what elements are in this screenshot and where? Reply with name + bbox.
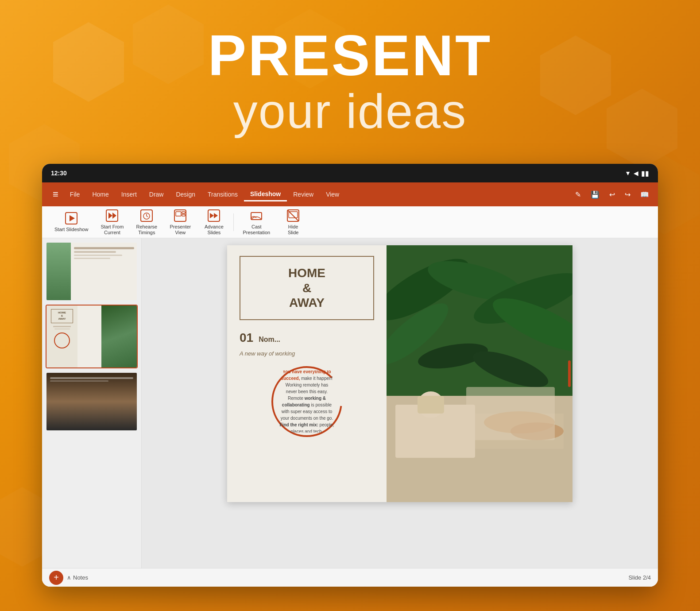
advance-slides-button[interactable]: AdvanceSlides: [198, 206, 230, 238]
svg-rect-10: [176, 212, 181, 216]
slide-photo: [387, 245, 572, 502]
slide-subtitle: A new way of working: [240, 350, 374, 357]
menu-item-transitions[interactable]: Transitions: [201, 188, 244, 201]
svg-marker-14: [210, 213, 214, 218]
signal-icon: ◀: [634, 170, 638, 177]
add-slide-button[interactable]: +: [49, 571, 63, 585]
battery-icon: ▮▮: [641, 169, 649, 178]
cast-presentation-button[interactable]: CastPresentation: [237, 206, 275, 238]
thumb2-photo: [101, 306, 137, 367]
notes-label: Notes: [73, 574, 88, 581]
thumb1-line1: [74, 247, 134, 249]
notes-arrow-icon: ∧: [67, 574, 71, 581]
slide-thumb-2[interactable]: 2 HOME&AWAY: [46, 305, 138, 368]
status-bar: 12:30 ▼ ◀ ▮▮: [42, 164, 658, 182]
edit-mode-icon[interactable]: ✎: [572, 189, 584, 201]
thumb1-line4: [74, 258, 110, 259]
wifi-icon: ▼: [625, 170, 631, 177]
slide-thumb-1[interactable]: 1: [46, 242, 138, 301]
menu-item-design[interactable]: Design: [170, 188, 201, 201]
menu-item-file[interactable]: File: [64, 188, 86, 201]
section-title: Nom...: [259, 336, 280, 344]
start-slideshow-icon: [64, 211, 78, 225]
svg-marker-15: [214, 213, 218, 218]
thumb3-line2: [50, 380, 108, 382]
start-from-current-label: Start FromCurrent: [101, 224, 124, 236]
presenter-view-icon: [173, 209, 187, 223]
slide-body-text: You have everything to succeed, make it …: [276, 371, 338, 433]
add-icon: +: [54, 572, 59, 583]
svg-rect-12: [182, 214, 185, 216]
menu-right-icons: ✎ 💾 ↩ ↪ 📖: [572, 189, 653, 201]
svg-marker-3: [108, 213, 112, 219]
app-mockup: 12:30 ▼ ◀ ▮▮ ≡ File Home Insert Draw Des…: [42, 164, 658, 587]
start-slideshow-label: Start Slideshow: [54, 227, 88, 232]
menu-item-review[interactable]: Review: [287, 188, 320, 201]
thumb1-line3: [74, 255, 122, 256]
hero-section: PRESENT your ideas: [0, 27, 700, 138]
svg-line-8: [147, 216, 148, 217]
undo-icon[interactable]: ↩: [606, 189, 619, 201]
hero-title-present: PRESENT: [0, 27, 700, 84]
thumb2-line2: [54, 329, 70, 329]
thumb1-line2: [74, 251, 116, 253]
start-slideshow-button[interactable]: Start Slideshow: [49, 209, 93, 235]
slide-thumb-inner-2: HOME&AWAY: [46, 306, 137, 367]
rehearse-timings-icon: [139, 209, 154, 223]
thumb1-green: [46, 243, 71, 300]
bottom-left-controls: + ∧ Notes: [49, 571, 88, 585]
menu-item-insert[interactable]: Insert: [115, 188, 143, 201]
svg-rect-11: [182, 212, 185, 213]
slide-thumb-3[interactable]: 3: [46, 372, 138, 431]
thumb2-title-box: HOME&AWAY: [51, 309, 73, 323]
menu-bar: ≡ File Home Insert Draw Design Transitio…: [42, 182, 658, 206]
rehearse-timings-label: RehearseTimings: [136, 224, 158, 236]
toolbar: Start Slideshow Start FromCurrent Rehear…: [42, 206, 658, 238]
hero-title-ideas: your ideas: [0, 84, 700, 138]
menu-item-slideshow[interactable]: Slideshow: [244, 188, 287, 201]
slide-title-box: HOME&AWAY: [240, 256, 374, 320]
photo-svg: [387, 245, 572, 502]
thumb3-line1: [50, 377, 133, 379]
status-icons: ▼ ◀ ▮▮: [625, 169, 649, 178]
hide-slide-icon: [286, 209, 300, 223]
slide-left-panel: HOME&AWAY 01 Nom... A new way of working: [227, 245, 387, 502]
thumb2-title-text: HOME&AWAY: [54, 311, 70, 321]
slide-right-panel: [387, 245, 572, 502]
menu-item-view[interactable]: View: [320, 188, 345, 201]
svg-marker-1: [70, 215, 75, 221]
thumb2-circle: [54, 333, 70, 348]
svg-marker-4: [112, 213, 116, 219]
svg-rect-33: [418, 396, 444, 414]
slide-section-label: 01 Nom...: [240, 331, 374, 345]
notes-button[interactable]: ∧ Notes: [67, 574, 88, 581]
menu-item-draw[interactable]: Draw: [143, 188, 170, 201]
menu-item-home[interactable]: Home: [86, 188, 115, 201]
slide-thumb-inner-3: [46, 373, 137, 430]
hamburger-menu-button[interactable]: ≡: [47, 186, 64, 203]
save-icon[interactable]: 💾: [587, 189, 603, 201]
main-content: 1 2 HOME&AWAY: [42, 238, 658, 568]
bottom-bar: + ∧ Notes Slide 2/4: [42, 568, 658, 587]
book-icon[interactable]: 📖: [637, 189, 653, 201]
presenter-view-button[interactable]: PresenterView: [164, 206, 196, 238]
presenter-view-label: PresenterView: [170, 224, 191, 236]
slide-counter: Slide 2/4: [628, 574, 651, 581]
start-from-current-icon: [105, 209, 119, 223]
slides-panel: 1 2 HOME&AWAY: [42, 238, 142, 568]
rehearse-timings-button[interactable]: RehearseTimings: [131, 206, 162, 238]
current-slide: HOME&AWAY 01 Nom... A new way of working: [227, 245, 572, 502]
hide-slide-button[interactable]: HideSlide: [277, 206, 309, 238]
slide-thumb-inner-1: [46, 243, 137, 300]
section-number: 01: [240, 331, 253, 345]
advance-slides-icon: [207, 209, 221, 223]
thumb1-text: [74, 247, 134, 261]
redo-icon[interactable]: ↪: [621, 189, 634, 201]
slide-editor[interactable]: HOME&AWAY 01 Nom... A new way of working: [142, 238, 658, 568]
toolbar-separator: [233, 213, 234, 231]
scroll-indicator[interactable]: [568, 360, 571, 387]
start-from-current-button[interactable]: Start FromCurrent: [95, 206, 129, 238]
menu-items: File Home Insert Draw Design Transitions…: [64, 188, 572, 201]
svg-rect-36: [466, 387, 555, 440]
circle-graphic-container: You have everything to succeed, make it …: [240, 364, 374, 439]
